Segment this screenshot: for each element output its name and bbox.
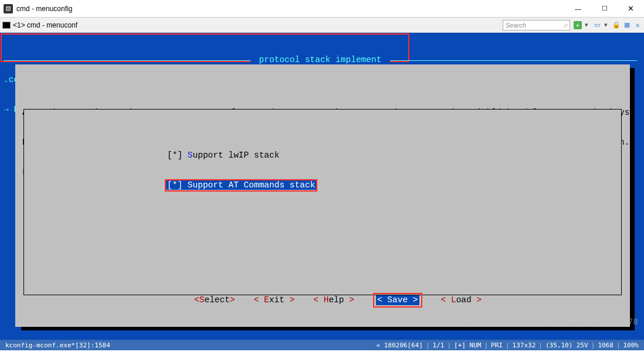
load-button[interactable]: < Load > bbox=[440, 295, 483, 305]
status-date: « 180206[64] bbox=[373, 341, 425, 349]
status-size: 137x32 bbox=[510, 341, 539, 349]
close-button[interactable]: ✕ bbox=[618, 0, 644, 18]
grid-icon[interactable]: ▦ bbox=[623, 21, 631, 29]
terminal-icon bbox=[2, 22, 11, 29]
section-title: protocol stack implement bbox=[4, 55, 637, 65]
maximize-button[interactable]: ☐ bbox=[591, 0, 618, 18]
app-icon: ⊡ bbox=[4, 4, 13, 13]
dropdown-icon[interactable]: ▾ bbox=[602, 21, 610, 29]
menu-list-box: [*] Support lwIP stack [*] Support AT Co… bbox=[23, 109, 622, 295]
status-pri: PRI bbox=[488, 341, 506, 349]
status-page: 1/1 bbox=[430, 341, 448, 349]
list-icon[interactable]: ≡ bbox=[633, 21, 642, 29]
status-bar: kconfig-mconf.exe*[32]:1584 « 180206[64]… bbox=[0, 340, 644, 350]
menu-item-lwip[interactable]: [*] Support lwIP stack bbox=[166, 151, 621, 160]
watermark: https://blog.csdn.net/m0_37621078 bbox=[469, 317, 638, 327]
menu-item-at-commands[interactable]: [*] Support AT Commands stack bbox=[166, 180, 316, 190]
tab-label[interactable]: <1> cmd - menuconf bbox=[13, 21, 77, 29]
search-input[interactable]: Search⌕ bbox=[503, 20, 570, 30]
status-zoom: 100% bbox=[621, 341, 642, 349]
checkbox-state: [*] bbox=[167, 151, 188, 160]
window-titlebar: ⊡ cmd - menuconfig — ☐ ✕ bbox=[0, 0, 644, 18]
status-cols: 1068 bbox=[595, 341, 616, 349]
checkbox-state: [*] bbox=[167, 180, 188, 190]
highlight-box-item: [*] Support AT Commands stack bbox=[165, 179, 317, 192]
highlight-box-save: < Save > bbox=[373, 293, 422, 308]
exit-button[interactable]: < Exit > bbox=[253, 295, 296, 305]
dropdown-icon[interactable]: ▾ bbox=[582, 21, 591, 29]
hotkey: S bbox=[188, 151, 193, 160]
status-cursor: (35,10) 25V bbox=[543, 341, 591, 349]
window-controls: — ☐ ✕ bbox=[565, 0, 644, 18]
toolbar: <1> cmd - menuconf Search⌕ +▾ ▭▾ 🔒 ▦ ≡ bbox=[0, 18, 644, 33]
status-num: [+] NUM bbox=[451, 341, 484, 349]
minimize-button[interactable]: — bbox=[565, 0, 591, 18]
status-process: kconfig-mconf.exe*[32]:1584 bbox=[2, 341, 113, 349]
search-icon: ⌕ bbox=[564, 21, 568, 28]
window-title: cmd - menuconfig bbox=[16, 5, 565, 13]
console-area: .config - RT-Thread Configuration → RT-T… bbox=[0, 33, 644, 340]
item-label: upport lwIP stack bbox=[193, 151, 280, 160]
select-button[interactable]: <Select> bbox=[193, 295, 236, 305]
window-icon[interactable]: ▭ bbox=[593, 21, 601, 29]
save-button[interactable]: < Save > bbox=[376, 295, 419, 305]
hotkey: S bbox=[188, 180, 193, 190]
add-icon[interactable]: + bbox=[574, 21, 582, 29]
button-bar: <Select>< Exit >< Help >< Save >< Load > bbox=[15, 283, 630, 317]
lock-icon[interactable]: 🔒 bbox=[612, 21, 621, 29]
item-label: upport AT Commands stack bbox=[193, 180, 316, 190]
dialog-panel: Arrow keys navigate the menu. <Enter> se… bbox=[15, 64, 630, 327]
help-button[interactable]: < Help > bbox=[312, 295, 355, 305]
